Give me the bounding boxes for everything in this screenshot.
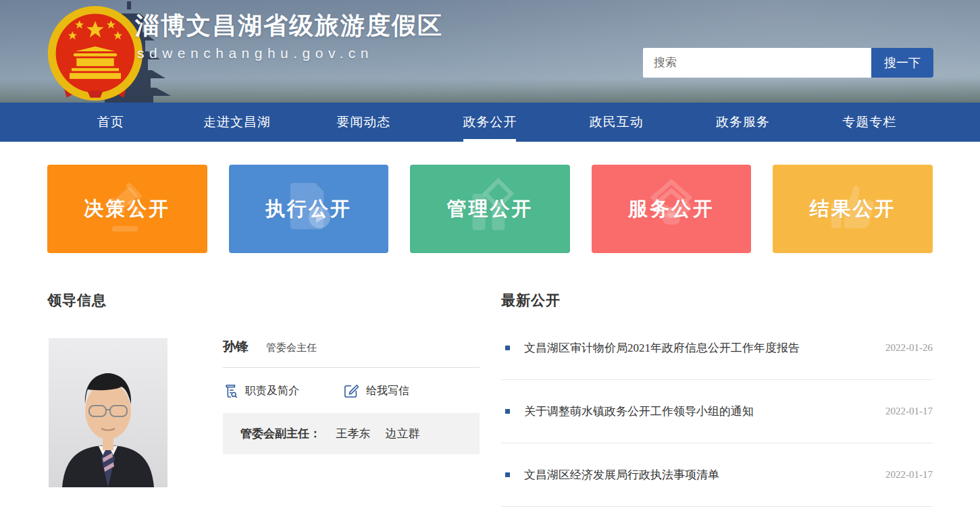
leader-name[interactable]: 孙锋 [223, 338, 249, 356]
deputy-label: 管委会副主任： [240, 427, 321, 440]
tile-result-disclosure[interactable]: 结果公开 [773, 165, 933, 253]
nav-item-about[interactable]: 走进文昌湖 [174, 103, 300, 142]
tile-decision-disclosure[interactable]: 决策公开 [47, 165, 207, 253]
site-domain: sdwenchanghu.gov.cn [137, 45, 373, 61]
main-navigation: 首页 走进文昌湖 要闻动态 政务公开 政民互动 政务服务 专题专栏 [0, 103, 980, 142]
site-banner: 淄博文昌湖省级旅游度假区 sdwenchanghu.gov.cn 搜一下 [0, 0, 980, 103]
duties-intro-label: 职责及简介 [245, 384, 299, 398]
leader-title: 管委会主任 [266, 342, 317, 354]
disclosure-tiles: 决策公开 执行公开 管理公开 服务公开 结果公开 [47, 165, 933, 253]
tile-service-disclosure[interactable]: 服务公开 [592, 165, 752, 253]
latest-disclosure-heading: 最新公开 [501, 291, 933, 310]
search-bar: 搜一下 [643, 48, 933, 78]
leadership-heading: 领导信息 [47, 291, 480, 310]
leadership-section: 领导信息 [47, 253, 480, 507]
nav-item-interaction[interactable]: 政民互动 [553, 103, 679, 142]
news-row[interactable]: 文昌湖区审计物价局2021年政府信息公开工作年度报告 2022-01-26 [501, 317, 933, 380]
write-letter-label: 给我写信 [366, 384, 409, 398]
news-list: 文昌湖区审计物价局2021年政府信息公开工作年度报告 2022-01-26 关于… [501, 317, 933, 507]
site-logo-brand[interactable]: 淄博文昌湖省级旅游度假区 sdwenchanghu.gov.cn [0, 0, 513, 103]
tile-execution-disclosure[interactable]: 执行公开 [229, 165, 389, 253]
news-title[interactable]: 文昌湖区审计物价局2021年政府信息公开工作年度报告 [524, 340, 885, 356]
deputy-name[interactable]: 王孝东 [336, 427, 370, 440]
national-emblem-logo [46, 4, 145, 103]
nav-item-news[interactable]: 要闻动态 [301, 103, 427, 142]
news-date: 2022-01-17 [885, 469, 933, 481]
search-input[interactable] [643, 48, 871, 78]
square-bullet-icon [505, 346, 510, 350]
deputy-name[interactable]: 边立群 [386, 427, 420, 440]
site-title: 淄博文昌湖省级旅游度假区 [135, 9, 443, 43]
nav-item-gov-disclosure[interactable]: 政务公开 [427, 103, 553, 142]
nav-item-topics[interactable]: 专题专栏 [806, 103, 933, 142]
leader-portrait-photo[interactable] [49, 338, 167, 487]
square-bullet-icon [505, 409, 510, 414]
leader-name-line: 孙锋 管委会主任 [223, 338, 480, 356]
duties-intro-link[interactable]: 职责及简介 [223, 383, 299, 398]
latest-disclosure-section: 最新公开 文昌湖区审计物价局2021年政府信息公开工作年度报告 2022-01-… [501, 253, 933, 507]
nav-item-home[interactable]: 首页 [47, 103, 174, 142]
write-letter-icon [344, 383, 359, 398]
news-row[interactable]: 文昌湖区经济发展局行政执法事项清单 2022-01-17 [501, 443, 933, 507]
main-content: 领导信息 [47, 253, 933, 507]
duties-doc-icon [223, 383, 238, 398]
news-title[interactable]: 关于调整萌水镇政务公开工作领导小组的通知 [524, 404, 885, 419]
tile-management-disclosure[interactable]: 管理公开 [410, 165, 570, 253]
deputy-directors-box: 管委会副主任： 王孝东 边立群 [223, 413, 480, 454]
write-letter-link[interactable]: 给我写信 [344, 383, 409, 398]
search-button[interactable]: 搜一下 [871, 48, 933, 78]
news-title[interactable]: 文昌湖区经济发展局行政执法事项清单 [524, 467, 885, 483]
news-date: 2022-01-26 [885, 342, 933, 354]
news-row[interactable]: 关于调整萌水镇政务公开工作领导小组的通知 2022-01-17 [501, 380, 933, 443]
divider [223, 367, 480, 368]
news-date: 2022-01-17 [885, 406, 933, 417]
square-bullet-icon [505, 472, 510, 477]
nav-item-services[interactable]: 政务服务 [679, 103, 806, 142]
